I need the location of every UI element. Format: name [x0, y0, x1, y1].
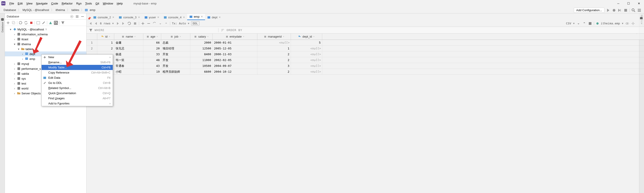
tree-tables-folder[interactable]: ▾tables2: [5, 46, 86, 52]
prev-page-icon[interactable]: [94, 22, 98, 26]
run-with-icon[interactable]: [618, 8, 622, 12]
database-gutter-label[interactable]: Database: [1, 22, 4, 32]
edit-icon[interactable]: [42, 21, 46, 25]
column-header-dept-id[interactable]: dept_id÷: [291, 34, 322, 40]
close-button[interactable]: ✕: [634, 0, 644, 7]
column-header-job[interactable]: job÷: [161, 34, 190, 40]
export-format[interactable]: CSV: [566, 22, 571, 25]
table-icon[interactable]: [36, 21, 40, 25]
close-icon[interactable]: ✕: [138, 16, 140, 19]
close-icon[interactable]: ✕: [219, 16, 221, 19]
close-icon[interactable]: ✕: [112, 16, 114, 19]
revert-icon[interactable]: [152, 22, 156, 26]
target-icon[interactable]: [70, 14, 74, 18]
filter-icon[interactable]: [61, 21, 65, 25]
breadcrumb-item[interactable]: MySQL - @localhost: [22, 8, 50, 12]
tab-emp[interactable]: emp✕: [187, 14, 205, 20]
menu-code[interactable]: Code: [50, 1, 60, 6]
menu-view[interactable]: View: [24, 1, 34, 6]
stop-icon[interactable]: [29, 21, 33, 25]
table-row[interactable]: 1 1 金庸 66 总裁 2000 2000-01-01 <null> 5: [86, 40, 644, 46]
commit-icon[interactable]: [158, 22, 162, 26]
tree-datasource[interactable]: ▾MySQL - @localhost9: [5, 27, 86, 32]
column-header-age[interactable]: age÷: [143, 34, 161, 40]
menu-tools[interactable]: Tools: [84, 1, 94, 6]
export-icon[interactable]: [576, 22, 580, 26]
menu-help[interactable]: Help: [115, 1, 124, 6]
ddl-icon[interactable]: DL: [54, 21, 58, 25]
tx-mode[interactable]: Tx: Auto: [172, 22, 186, 25]
view-icon[interactable]: [625, 22, 629, 26]
jump-icon[interactable]: [48, 21, 52, 25]
add-icon[interactable]: [6, 21, 10, 25]
tab-dept[interactable]: dept✕: [205, 14, 223, 20]
close-icon[interactable]: ✕: [157, 16, 159, 19]
menu-modify-table[interactable]: Modify Table...Ctrl+F6: [42, 65, 113, 70]
last-page-icon[interactable]: [122, 22, 126, 26]
breadcrumb-item[interactable]: emp: [89, 8, 96, 12]
menu-navigate[interactable]: Navigate: [34, 1, 49, 6]
breadcrumb-item[interactable]: itheima: [55, 8, 66, 12]
table-row[interactable]: 2 2 张无忌 20 项目经理 12500 2005-12-05 1 <null…: [86, 46, 644, 52]
tab-console-3[interactable]: console_3✕: [116, 14, 142, 20]
debug-icon[interactable]: [612, 8, 616, 12]
duplicate-icon[interactable]: [12, 21, 16, 25]
column-header-entrydate[interactable]: entrydate÷: [213, 34, 258, 40]
menu-quick-docs[interactable]: Quick DocumentationCtrl+Q: [42, 90, 113, 96]
maximize-button[interactable]: ☐: [624, 0, 634, 7]
tab-console-4[interactable]: console_4✕: [162, 14, 187, 20]
collapse-icon[interactable]: [80, 14, 84, 18]
menu-copy-reference[interactable]: Copy ReferenceCtrl+Alt+Shift+C: [42, 70, 113, 75]
run-icon[interactable]: [606, 8, 610, 12]
table-row[interactable]: 小昭 19 程序员鼓励师 6600 2004-10-12 2 <null>: [86, 69, 644, 75]
menu-window[interactable]: Window: [101, 1, 115, 6]
breadcrumb-item[interactable]: tables: [71, 8, 80, 12]
menu-git[interactable]: Git: [94, 1, 101, 6]
pin-icon[interactable]: 📌: [88, 17, 91, 20]
column-header-salary[interactable]: salary÷: [190, 34, 213, 40]
filter-icon[interactable]: [89, 28, 93, 32]
gutter-header[interactable]: [86, 34, 97, 40]
menu-goto-ddl[interactable]: Go to DDLCtrl+B: [42, 80, 113, 86]
menu-find-usages[interactable]: Find UsagesAlt+F7: [42, 96, 113, 101]
import-icon[interactable]: [582, 22, 586, 26]
menu-rename[interactable]: Rename...Shift+F6: [42, 60, 113, 65]
stop-icon[interactable]: [133, 22, 137, 26]
menu-new[interactable]: New›: [42, 54, 113, 60]
minimize-button[interactable]: ─: [613, 0, 624, 7]
add-row-icon[interactable]: [141, 22, 145, 26]
close-icon[interactable]: ✕: [183, 16, 185, 19]
refresh-icon[interactable]: [18, 21, 22, 25]
breadcrumb-item[interactable]: Database: [3, 8, 17, 12]
next-page-icon[interactable]: [116, 22, 120, 26]
sort-icon[interactable]: [221, 28, 225, 32]
ddl-button[interactable]: DDL: [191, 21, 200, 26]
table-row[interactable]: 杨逍 33 开发 8400 2000-11-03 2 <null>: [86, 52, 644, 57]
datasource-label[interactable]: itheima.emp: [601, 22, 620, 25]
tree-schema[interactable]: ›information_schema: [5, 32, 86, 37]
table-row[interactable]: 韦一笑 48 开发 11000 2002-02-05 2 <null>: [86, 57, 644, 63]
column-header-id[interactable]: id÷: [97, 34, 114, 40]
search-icon[interactable]: [632, 8, 636, 12]
close-icon[interactable]: ✕: [201, 15, 203, 18]
tab-console-2[interactable]: console_2✕: [91, 14, 116, 20]
refresh-icon[interactable]: [127, 22, 131, 26]
stop-icon[interactable]: [624, 8, 628, 12]
dump-icon[interactable]: [588, 22, 592, 26]
remove-row-icon[interactable]: [147, 22, 151, 26]
menu-edit-data[interactable]: Edit DataF4: [42, 75, 113, 80]
menu-add-favorites[interactable]: Add to Favorites›: [42, 101, 113, 106]
column-header-name[interactable]: name÷: [114, 34, 143, 40]
column-header-managerid[interactable]: managerid÷: [258, 34, 291, 40]
table-row[interactable]: 常遇春 43 开发 10500 2004-09-07 3 <null>: [86, 63, 644, 69]
menu-run[interactable]: Run: [74, 1, 84, 6]
chevron-left-icon[interactable]: ‹: [641, 22, 642, 25]
settings-icon[interactable]: [637, 8, 641, 12]
settings-icon[interactable]: [631, 22, 635, 26]
menu-edit[interactable]: Edit: [16, 1, 24, 6]
add-configuration-button[interactable]: Add Configuration...: [574, 8, 604, 13]
expand-icon[interactable]: [75, 14, 79, 18]
menu-refactor[interactable]: Refactor: [60, 1, 74, 6]
database-gutter-icon[interactable]: [1, 18, 4, 21]
tree-schema[interactable]: ▾itheima: [5, 42, 86, 46]
